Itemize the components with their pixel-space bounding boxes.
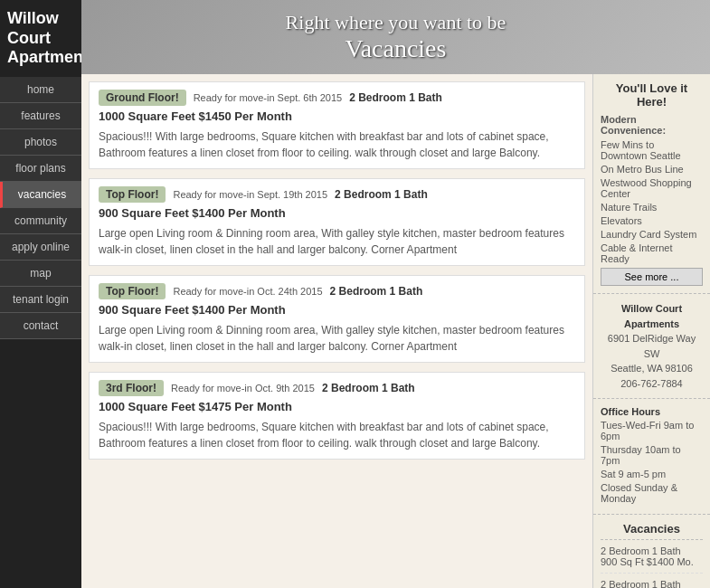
sidebar: Willow Court Apartments homefeaturesphot… xyxy=(0,0,81,588)
hours-list: Tues-Wed-Fri 9am to 6pmThursday 10am to … xyxy=(601,420,703,504)
move-in-date: Ready for move-in Sept. 19th 2015 xyxy=(173,189,327,200)
sidebar-nav: homefeaturesphotosfloor plansvacanciesco… xyxy=(0,77,81,339)
main-area: Right where you want to be Vacancies Gro… xyxy=(81,0,710,588)
see-more-button[interactable]: See more ... xyxy=(601,268,703,286)
move-in-date: Ready for move-in Oct. 9th 2015 xyxy=(171,383,315,394)
content-row: Ground Floor!Ready for move-in Sept. 6th… xyxy=(81,74,710,588)
listing-description: Large open Living room & Dinning room ar… xyxy=(99,322,575,355)
floor-badge: 3rd Floor! xyxy=(99,380,164,396)
listing-header: Ground Floor!Ready for move-in Sept. 6th… xyxy=(99,90,575,106)
listings-area: Ground Floor!Ready for move-in Sept. 6th… xyxy=(81,74,592,588)
listing-card-2: Top Floor!Ready for move-in Oct. 24th 20… xyxy=(89,275,585,363)
love-title: You'll Love it Here! xyxy=(601,81,703,109)
banner-tagline: Right where you want to be xyxy=(286,11,506,34)
listing-header: Top Floor!Ready for move-in Oct. 24th 20… xyxy=(99,283,575,299)
sidebar-item-map[interactable]: map xyxy=(0,261,81,287)
amenity-item: Few Mins to Downtown Seattle xyxy=(601,139,703,161)
listing-price: 900 Square Feet $1400 Per Month xyxy=(99,303,575,317)
hours-item: Thursday 10am to 7pm xyxy=(601,444,703,466)
amenity-item: On Metro Bus Line xyxy=(601,164,703,175)
floor-badge: Ground Floor! xyxy=(99,90,186,106)
sidebar-item-tenant-login[interactable]: tenant login xyxy=(0,287,81,313)
bed-bath: 2 Bedroom 1 Bath xyxy=(349,91,442,104)
vacancy-summary-item: 2 Bedroom 1 Bath 900 Sq Ft $1400 Mo. xyxy=(601,545,703,574)
vacancies-summary-title: Vacancies xyxy=(601,522,703,540)
listing-header: 3rd Floor!Ready for move-in Oct. 9th 201… xyxy=(99,380,575,396)
address-city: Seattle, WA 98106 xyxy=(601,361,703,376)
hours-item: Sat 9 am-5 pm xyxy=(601,469,703,479)
address-street: 6901 DelRidge Way SW xyxy=(601,331,703,361)
listing-card-1: Top Floor!Ready for move-in Sept. 19th 2… xyxy=(89,178,585,266)
amenity-item: Cable & Internet Ready xyxy=(601,242,703,264)
amenity-item: Nature Trails xyxy=(601,202,703,213)
amenity-item: Elevators xyxy=(601,215,703,226)
amenity-item: Laundry Card System xyxy=(601,229,703,240)
banner: Right where you want to be Vacancies xyxy=(81,0,710,74)
banner-text: Right where you want to be Vacancies xyxy=(286,11,506,63)
hours-item: Tues-Wed-Fri 9am to 6pm xyxy=(601,420,703,441)
hours-section: Office Hours Tues-Wed-Fri 9am to 6pmThur… xyxy=(593,399,710,515)
listing-description: Spacious!!! With large bedrooms, Square … xyxy=(99,419,575,451)
vacancies-summary-section: Vacancies 2 Bedroom 1 Bath 900 Sq Ft $14… xyxy=(593,515,710,588)
floor-badge: Top Floor! xyxy=(99,283,166,299)
sidebar-item-community[interactable]: community xyxy=(0,208,81,234)
sidebar-item-vacancies[interactable]: vacancies xyxy=(0,182,81,208)
site-title: Willow Court Apartments xyxy=(0,0,81,77)
sidebar-item-apply-online[interactable]: apply online xyxy=(0,234,81,261)
listing-price: 1000 Square Feet $1450 Per Month xyxy=(99,109,575,123)
listing-price: 1000 Square Feet $1475 Per Month xyxy=(99,400,575,413)
banner-heading: Vacancies xyxy=(286,34,506,63)
sidebar-item-photos[interactable]: photos xyxy=(0,129,81,156)
listing-header: Top Floor!Ready for move-in Sept. 19th 2… xyxy=(99,186,575,203)
listing-card-0: Ground Floor!Ready for move-in Sept. 6th… xyxy=(89,81,585,169)
sidebar-item-features[interactable]: features xyxy=(0,103,81,129)
love-section: You'll Love it Here! Modern Convenience:… xyxy=(593,74,710,294)
hours-title: Office Hours xyxy=(601,406,703,417)
listing-description: Spacious!!! With large bedrooms, Square … xyxy=(99,128,575,161)
sidebar-item-contact[interactable]: contact xyxy=(0,313,81,339)
move-in-date: Ready for move-in Sept. 6th 2015 xyxy=(194,92,342,103)
move-in-date: Ready for move-in Oct. 24th 2015 xyxy=(173,286,322,297)
listing-card-3: 3rd Floor!Ready for move-in Oct. 9th 201… xyxy=(89,372,585,460)
sidebar-item-floor-plans[interactable]: floor plans xyxy=(0,156,81,182)
bed-bath: 2 Bedroom 1 Bath xyxy=(335,188,428,201)
amenities-list: Few Mins to Downtown SeattleOn Metro Bus… xyxy=(601,139,703,264)
listing-description: Large open Living room & Dinning room ar… xyxy=(99,225,575,258)
hours-item: Closed Sunday & Monday xyxy=(601,482,703,504)
address-phone: 206-762-7884 xyxy=(601,376,703,392)
vacancy-summary-item: 2 Bedroom 1 Bath 900 Sq Ft $1400 Mo. xyxy=(601,579,703,588)
listing-price: 900 Square Feet $1400 Per Month xyxy=(99,206,575,220)
bed-bath: 2 Bedroom 1 Bath xyxy=(330,285,423,298)
right-sidebar: You'll Love it Here! Modern Convenience:… xyxy=(592,74,710,588)
floor-badge: Top Floor! xyxy=(99,186,166,203)
address-block: Willow Court Apartments 6901 DelRidge Wa… xyxy=(601,301,703,391)
sidebar-item-home[interactable]: home xyxy=(0,77,81,103)
amenity-item: Westwood Shopping Center xyxy=(601,177,703,199)
address-section: Willow Court Apartments 6901 DelRidge Wa… xyxy=(593,294,710,399)
vacancy-summary-list: 2 Bedroom 1 Bath 900 Sq Ft $1400 Mo.2 Be… xyxy=(601,545,703,588)
address-name: Willow Court Apartments xyxy=(601,301,703,331)
modern-label: Modern Convenience: xyxy=(601,114,703,136)
bed-bath: 2 Bedroom 1 Bath xyxy=(322,382,415,394)
